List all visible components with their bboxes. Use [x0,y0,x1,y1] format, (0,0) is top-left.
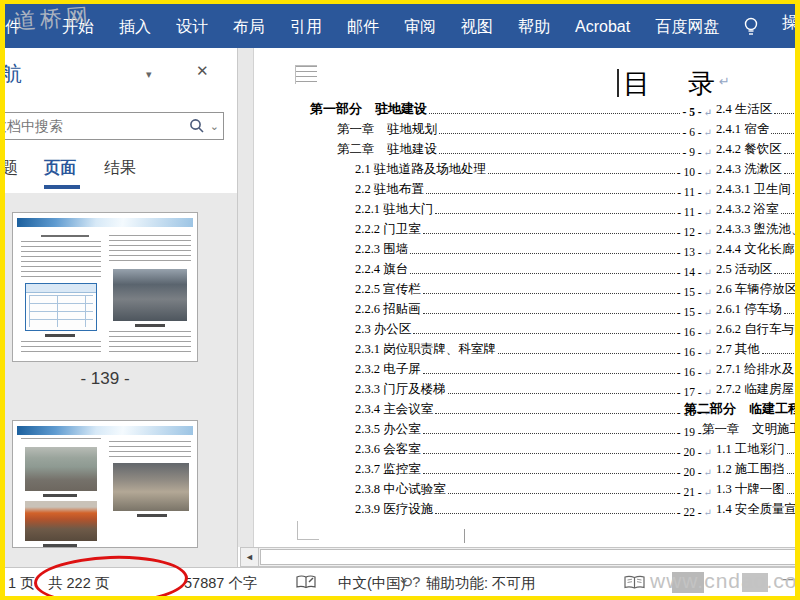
ribbon-tab-11[interactable]: Acrobat [575,18,630,36]
toc-row[interactable]: 第二章 驻地建设- 9 -↵ [310,138,712,158]
thumb-photo-factory [113,463,189,511]
toc-row[interactable]: 2.3.6 会客室- 20 -↵ [310,438,712,458]
toc-row[interactable]: 2.3.5 办公室- 19 -↵ [310,418,712,438]
toc-row[interactable]: 第一章 驻地规划- 6 -↵ [310,118,712,138]
paragraph-mark: ↵ [719,74,730,89]
toc-row[interactable]: 2.7.1 给排水及 [684,358,800,378]
scroll-left-arrow[interactable]: ◄ [241,548,259,566]
nav-tab-results[interactable]: 结果 [104,158,136,179]
ribbon-tab-5[interactable]: 布局 [233,17,265,38]
ribbon-tab-8[interactable]: 审阅 [404,17,436,38]
toc-row[interactable]: 2.7 其他 [684,338,800,358]
chevron-down-icon[interactable]: ▾ [146,68,152,81]
ribbon-tab-9[interactable]: 视图 [461,17,493,38]
status-accessibility[interactable]: 辅助功能: 不可用 [426,574,536,593]
toc-row[interactable]: 1.1 工地彩门 [684,438,800,458]
ribbon-tab-6[interactable]: 引用 [290,17,322,38]
toc-entry-text: 2.6.1 停车场 [684,301,782,318]
search-icon[interactable] [188,117,206,135]
proofing-icon[interactable] [296,575,316,593]
page-thumbnail-139[interactable] [12,212,198,362]
toc-entry-text: 2.4.3.2 浴室 [684,201,779,218]
nav-tab-pages[interactable]: 页面 [44,158,76,179]
toc-row[interactable]: 2.3.7 监控室- 20 -↵ [310,458,712,478]
toc-entry-text: 2.7 其他 [684,341,760,358]
word-window: 文件开始插入设计布局引用邮件审阅视图帮助Acrobat百度网盘 操 道桥网 导航… [0,0,800,600]
ribbon-tab-12[interactable]: 百度网盘 [655,17,719,38]
toc-row[interactable]: 2.2.4 旗台- 14 -↵ [310,258,712,278]
ribbon-tab-bar: 文件开始插入设计布局引用邮件审阅视图帮助Acrobat百度网盘 操 [0,0,800,48]
toc-row[interactable]: 2.2.3 围墙- 13 -↵ [310,238,712,258]
toc-row[interactable]: 2.6.2 自行车与电 [684,318,800,338]
navigation-pane-scrollbar[interactable] [238,48,254,547]
ribbon-tab-3[interactable]: 插入 [119,17,151,38]
toc-row[interactable]: 2.4.3 洗漱区 [684,158,800,178]
toc-row[interactable]: 2.4.1 宿舍 [684,118,800,138]
toc-row[interactable]: 2.2.6 招贴画- 15 -↵ [310,298,712,318]
thumb-text [109,331,191,355]
toc-row[interactable]: 2.4.4 文化长廊 [684,238,800,258]
toc-row[interactable]: 2.4.2 餐饮区 [684,138,800,158]
search-options-chevron-icon[interactable]: ⌄ [210,120,219,133]
horizontal-scrollbar[interactable]: ◄ [240,547,800,567]
document-search-box[interactable]: ⌄ [0,112,224,140]
toc-entry-text: 第一章 文明施工 [684,421,800,438]
toc-row[interactable]: 第一部分 驻地建设- 5 -↵ [310,98,712,118]
thumb-text [21,438,101,443]
toc-row[interactable]: 2.3.4 主会议室- 18 -↵ [310,398,712,418]
toc-leader-dots [448,493,675,494]
toc-row[interactable]: 2.3 办公区- 16 -↵ [310,318,712,338]
toc-row[interactable]: 第一章 文明施工 [684,418,800,438]
status-language[interactable]: 中文(中国) [338,574,406,593]
toc-entry-text: 1.3 十牌一图 [684,481,785,498]
toc-row[interactable]: 2.3.9 医疗设施- 22 -↵ [310,498,712,518]
toc-row[interactable]: 2.3.2 电子屏- 16 -↵ [310,358,712,378]
toc-row[interactable]: 2.2.1 驻地大门- 11 -↵ [310,198,712,218]
document-page[interactable]: 目 录 ↵ 第一部分 驻地建设- 5 -↵第一章 驻地规划- 6 -↵第二章 驻… [254,48,800,547]
close-icon[interactable]: ✕ [196,62,209,80]
thumb-photo-railway [25,447,97,491]
toc-row[interactable]: 2.5 活动区 [684,258,800,278]
toc-row[interactable]: 2.3.1 岗位职责牌、科室牌- 16 -↵ [310,338,712,358]
toc-row[interactable]: 2.6.1 停车场 [684,298,800,318]
toc-row[interactable]: 2.3.8 中心试验室- 21 -↵ [310,478,712,498]
thumb-photo-steel [113,269,187,321]
toc-entry-text: 2.3.3 门厅及楼梯 [310,381,446,398]
toc-row[interactable]: 2.4 生活区 [684,98,800,118]
toc-row[interactable]: 1.3 十牌一图 [684,478,800,498]
toc-entry-text: 2.3.2 电子屏 [310,361,421,378]
toc-entry-text: 2.4.4 文化长廊 [684,241,794,258]
toc-leader-dots [410,273,675,274]
toc-row[interactable]: 2.2.2 门卫室- 12 -↵ [310,218,712,238]
ribbon-tab-10[interactable]: 帮助 [518,17,550,38]
toc-entry-text: 2.6.2 自行车与电 [684,321,800,338]
toc-row[interactable]: 2.4.3.1 卫生间 [684,178,800,198]
horizontal-scrollbar-thumb[interactable] [260,549,797,565]
toc-row[interactable]: 2.3.3 门厅及楼梯- 17 -↵ [310,378,712,398]
toc-row[interactable]: 1.4 安全质量宣 [684,498,800,518]
page-thumbnail-140[interactable] [12,420,198,548]
toc-row[interactable]: 2.2 驻地布置- 11 -↵ [310,178,712,198]
tell-me-lightbulb-icon[interactable] [742,16,760,38]
status-word-count[interactable]: 57887 个字 [184,574,257,593]
ribbon-tab-4[interactable]: 设计 [176,17,208,38]
toc-row[interactable]: 1.2 施工围挡 [684,458,800,478]
read-mode-icon[interactable] [624,575,645,593]
search-input[interactable] [0,117,188,135]
toc-row[interactable]: 2.2.5 宣传栏- 15 -↵ [310,278,712,298]
toc-row[interactable]: 2.4.3.3 盥洗池、 [684,218,800,238]
page-thumbnails-panel: - 139 - [0,193,237,567]
toc-entry-text: 2.5 活动区 [684,261,772,278]
accessibility-icon[interactable]: ⟲? [400,574,420,590]
site-watermark-bottom: www.cndao.com [650,569,800,593]
ribbon-tab-7[interactable]: 邮件 [347,17,379,38]
status-page-number[interactable]: 1 页 [8,574,35,593]
toc-row[interactable]: 2.4.3.2 浴室 [684,198,800,218]
thumb-caption [137,514,167,517]
thumb-doc-header-image [17,426,193,435]
toc-row[interactable]: 2.1 驻地道路及场地处理- 10 -↵ [310,158,712,178]
toc-row[interactable]: 2.7.2 临建房屋 [684,378,800,398]
toc-row[interactable]: 第二部分 临建工程 [684,398,800,418]
toc-entry-text: 第一章 驻地规划 [310,121,437,138]
toc-row[interactable]: 2.6 车辆停放区 [684,278,800,298]
